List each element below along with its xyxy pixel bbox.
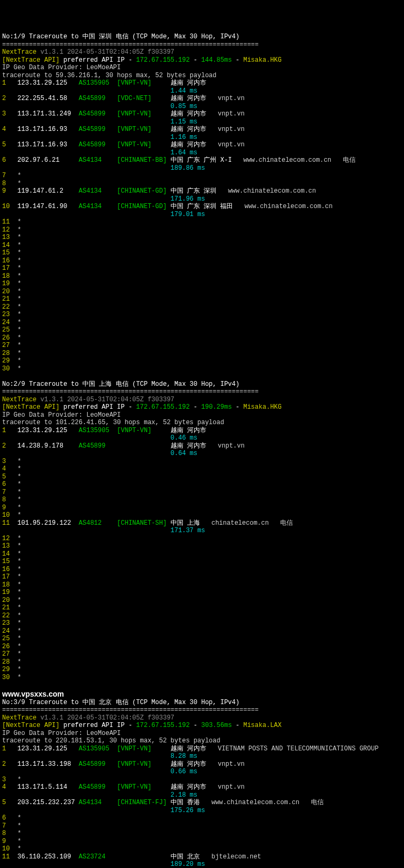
- hop-num: 29: [2, 666, 18, 673]
- hop-latency: 171.37 ms: [171, 527, 205, 534]
- hop-num: 29: [2, 357, 18, 365]
- hop-num: 27: [2, 342, 18, 349]
- hop-num: 10: [2, 845, 18, 853]
- hop-net: [CHINANET-GD]: [117, 187, 171, 195]
- hop-ip: 222.255.41.58: [18, 95, 79, 102]
- hop-as: AS4134: [79, 187, 117, 195]
- api-loc: Misaka.LAX: [243, 722, 282, 729]
- hop-star: *: [18, 822, 21, 830]
- geo-provider: IP Geo Data Provider: LeoMoeAPI: [2, 64, 121, 71]
- hop-net: [CHINANET-GD]: [117, 203, 171, 210]
- hop-star: *: [18, 573, 21, 581]
- hop-num: 17: [2, 264, 18, 272]
- hop-num: 7: [2, 172, 18, 179]
- hop-num: 18: [2, 272, 18, 280]
- hop-latency: 1.15 ms: [171, 118, 197, 126]
- hop-star: *: [18, 226, 21, 234]
- hop-loc: 越南 河内市: [171, 745, 206, 753]
- hop-num: 8: [2, 496, 18, 503]
- hop-num: 13: [2, 542, 18, 550]
- hop-star: *: [18, 604, 21, 611]
- api-ip: 172.67.155.192: [136, 403, 190, 411]
- hop-as: AS45899: [79, 110, 117, 118]
- hop-num: 5: [2, 473, 18, 481]
- hop-star: *: [18, 257, 21, 264]
- separator: ========================================…: [2, 706, 258, 714]
- hop-host: vnpt.vn: [206, 126, 245, 133]
- hop-star: *: [18, 814, 21, 822]
- hop-net: [117, 853, 171, 861]
- hop-num: 11: [2, 853, 18, 861]
- hop-loc: 中国 香港: [171, 799, 200, 806]
- hop-num: 3: [2, 110, 18, 118]
- hop-star: *: [18, 627, 21, 635]
- hop-star: *: [18, 172, 21, 179]
- hop-num: 8: [2, 180, 18, 187]
- hop-star: *: [18, 458, 21, 465]
- hop-net: [VNPT-VN]: [117, 760, 171, 768]
- hop-net: [CHINANET-FJ]: [117, 799, 171, 806]
- hop-ip: 202.97.6.21: [18, 156, 79, 164]
- hop-net: [117, 442, 171, 450]
- hop-host: chinatelecom.cn 电信: [200, 519, 293, 527]
- hop-star: *: [18, 504, 21, 511]
- hop-num: 7: [2, 489, 18, 496]
- api-text: preferred API IP -: [60, 722, 136, 729]
- hop-loc: 越南 河内市: [171, 126, 206, 133]
- hop-net: [VNPT-VN]: [117, 745, 171, 753]
- hop-num: 14: [2, 550, 18, 558]
- hop-loc: 中国 广东 广州 X-I: [171, 156, 232, 164]
- hop-num: 28: [2, 658, 18, 666]
- api-latency: 144.85ms: [201, 56, 232, 64]
- traceroute-line: traceroute to 59.36.216.1, 30 hops max, …: [2, 72, 216, 79]
- hop-latency: 1.16 ms: [171, 134, 197, 141]
- hop-star: *: [18, 350, 21, 357]
- hop-latency: 179.01 ms: [171, 211, 205, 218]
- nexttrace-label: NextTrace: [2, 396, 37, 403]
- hop-num: 15: [2, 249, 18, 257]
- hop-ip: 101.95.219.122: [18, 519, 79, 527]
- hop-star: *: [18, 280, 21, 287]
- hop-star: *: [18, 838, 21, 845]
- hop-net: [VNPT-VN]: [117, 126, 171, 133]
- hop-num: 30: [2, 674, 18, 681]
- hop-star: *: [18, 334, 21, 342]
- hop-host: vnpt.vn: [206, 442, 245, 450]
- hop-num: 20: [2, 597, 18, 604]
- hop-net: [VNPT-VN]: [117, 141, 171, 148]
- hop-host: VIETNAM POSTS AND TELECOMMUNICATIONS GRO…: [206, 745, 378, 753]
- hop-net: [VNPT-VN]: [117, 783, 171, 791]
- hop-star: *: [18, 357, 21, 365]
- hop-num: 1: [2, 79, 18, 87]
- hop-net: [VNPT-VN]: [117, 110, 171, 118]
- hop-num: 9: [2, 504, 18, 511]
- traceroute-line: traceroute to 101.226.41.65, 30 hops max…: [2, 419, 224, 426]
- hop-star: *: [18, 481, 21, 488]
- hop-host: bjtelecom.net: [200, 853, 261, 861]
- hop-num: 10: [2, 511, 18, 519]
- hop-host: vnpt.vn: [206, 760, 245, 768]
- hop-num: 17: [2, 573, 18, 581]
- traceroute-line: traceroute to 220.181.53.1, 30 hops max,…: [2, 737, 220, 745]
- api-latency: 190.29ms: [201, 403, 232, 411]
- hop-num: 8: [2, 830, 18, 837]
- api-text: preferred API IP -: [60, 403, 136, 411]
- version: v1.3.1 2024-05-31T02:04:05Z f303397: [37, 714, 174, 722]
- hop-num: 1: [2, 427, 18, 434]
- api-loc: Misaka.HKG: [243, 403, 282, 411]
- hop-num: 11: [2, 218, 18, 226]
- watermark: www.vpsxxs.com: [2, 689, 402, 699]
- api-ip: 172.67.155.192: [136, 722, 190, 729]
- hop-num: 4: [2, 126, 18, 133]
- hop-ip: 123.31.29.125: [18, 79, 79, 87]
- hop-num: 11: [2, 519, 18, 527]
- hop-net: [CHINANET-SH]: [117, 519, 171, 527]
- hop-loc: 越南 河内市: [171, 110, 206, 118]
- hop-latency: 189.20 ms: [171, 861, 205, 868]
- hop-as: AS45899: [79, 126, 117, 133]
- hop-net: [CHINANET-BB]: [117, 156, 171, 164]
- hop-num: 24: [2, 319, 18, 326]
- separator: ========================================…: [2, 388, 258, 395]
- hop-ip: 119.147.61.90: [18, 203, 79, 210]
- hop-num: 21: [2, 295, 18, 303]
